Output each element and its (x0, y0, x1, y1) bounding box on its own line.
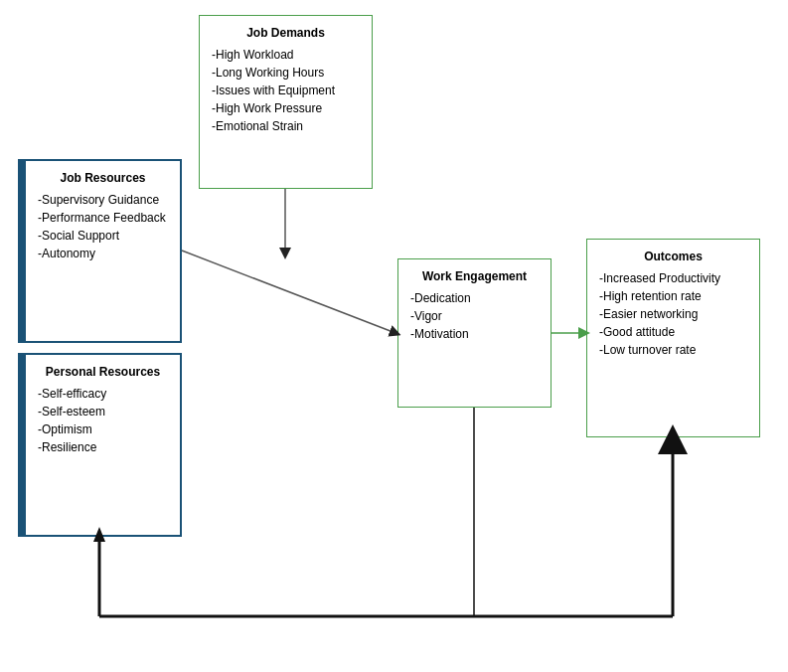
job-resources-box: Job Resources -Supervisory Guidance -Per… (18, 159, 182, 343)
job-resources-item-2: -Performance Feedback (38, 211, 168, 225)
job-demands-item-4: -High Work Pressure (212, 101, 360, 115)
personal-resources-title: Personal Resources (38, 365, 168, 379)
work-engagement-title: Work Engagement (410, 269, 539, 283)
work-engagement-item-3: -Motivation (410, 327, 539, 341)
work-engagement-box: Work Engagement -Dedication -Vigor -Moti… (397, 258, 552, 408)
outcomes-box: Outcomes -Increased Productivity -High r… (586, 239, 760, 437)
svg-line-6 (182, 251, 395, 333)
outcomes-title: Outcomes (599, 250, 747, 263)
personal-resources-item-4: -Resilience (38, 440, 168, 454)
outcomes-item-5: -Low turnover rate (599, 343, 747, 357)
outcomes-item-4: -Good attitude (599, 325, 747, 339)
work-engagement-item-1: -Dedication (410, 291, 539, 305)
personal-resources-box: Personal Resources -Self-efficacy -Self-… (18, 353, 182, 537)
outcomes-item-2: -High retention rate (599, 289, 747, 303)
job-demands-box: Job Demands -High Workload -Long Working… (199, 15, 373, 189)
personal-resources-item-3: -Optimism (38, 422, 168, 436)
job-demands-item-5: -Emotional Strain (212, 119, 360, 133)
job-demands-item-2: -Long Working Hours (212, 66, 360, 80)
job-demands-item-1: -High Workload (212, 48, 360, 62)
personal-resources-item-2: -Self-esteem (38, 405, 168, 419)
personal-resources-item-1: -Self-efficacy (38, 387, 168, 401)
outcomes-item-3: -Easier networking (599, 307, 747, 321)
job-resources-title: Job Resources (38, 171, 168, 185)
work-engagement-item-2: -Vigor (410, 309, 539, 323)
job-resources-item-1: -Supervisory Guidance (38, 193, 168, 207)
job-demands-item-3: -Issues with Equipment (212, 84, 360, 97)
outcomes-item-1: -Increased Productivity (599, 271, 747, 285)
diagram-container: Job Demands -High Workload -Long Working… (0, 0, 788, 672)
job-resources-item-4: -Autonomy (38, 247, 168, 260)
job-resources-item-3: -Social Support (38, 229, 168, 243)
job-demands-title: Job Demands (212, 26, 360, 40)
